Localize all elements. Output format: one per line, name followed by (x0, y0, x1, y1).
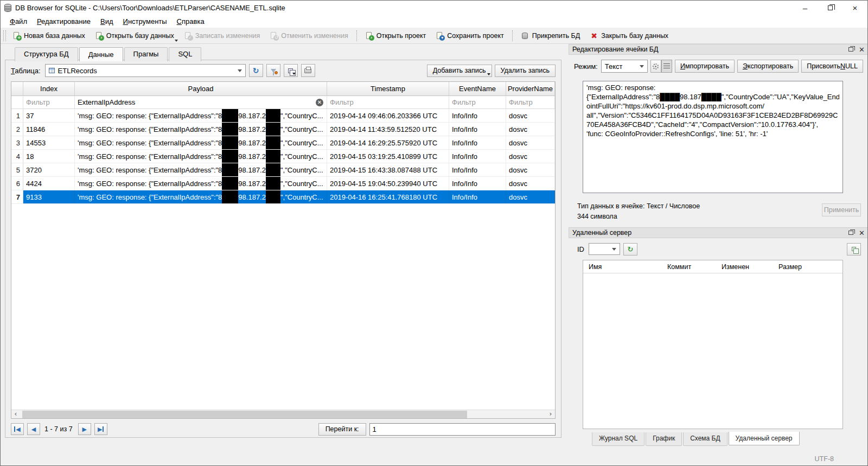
column-header-payload[interactable]: Payload (75, 82, 327, 96)
print-button[interactable] (301, 64, 315, 77)
cell-timestamp[interactable]: 2019-04-15 16:43:38.087488 UTC (327, 163, 449, 176)
cell-eventname[interactable]: Info/Info (449, 190, 506, 203)
identity-select[interactable] (589, 243, 620, 255)
cell-payload[interactable]: 'msg: GEO: response: {"ExternalIpAddress… (75, 109, 327, 122)
cell-index[interactable]: 14553 (23, 136, 75, 149)
new-database-button[interactable]: + Новая база данных (8, 29, 90, 42)
dock-tab[interactable]: Удаленный сервер (729, 432, 800, 445)
cell-eventname[interactable]: Info/Info (449, 150, 506, 163)
minimize-button[interactable]: – (793, 1, 818, 15)
filter-input-providername[interactable] (506, 96, 554, 108)
scroll-right-icon[interactable]: › (546, 410, 555, 418)
cell-timestamp[interactable]: 2019-04-16 16:25:41.768180 UTC (327, 190, 449, 203)
cell-index[interactable]: 9133 (23, 190, 75, 203)
dock-tab[interactable]: Журнал SQL (592, 432, 644, 446)
column-header-timestamp[interactable]: Timestamp (327, 82, 449, 96)
save-results-button[interactable] (284, 64, 298, 77)
column-header-index[interactable]: Index (23, 82, 75, 96)
set-null-button[interactable]: Присвоить NULL (801, 60, 863, 73)
column-header-providername[interactable]: ProviderName (506, 82, 555, 96)
first-page-button[interactable]: ◀ (11, 423, 24, 435)
next-page-button[interactable]: ▶ (78, 423, 91, 435)
cell-index[interactable]: 11846 (23, 123, 75, 136)
prev-page-button[interactable]: ◀ (27, 423, 40, 435)
menu-tools[interactable]: Инструменты (118, 16, 172, 27)
refresh-button[interactable]: ↻ (249, 64, 263, 77)
export-button[interactable]: Экспортировать (737, 60, 799, 73)
cell-providername[interactable]: dosvc (506, 177, 555, 190)
save-project-button[interactable]: ▾ Сохранить проект (431, 29, 509, 42)
main-tab[interactable]: Прагмы (124, 47, 168, 61)
cell-index[interactable]: 37 (23, 109, 75, 122)
delete-record-button[interactable]: Удалить запись (495, 65, 556, 77)
table-row[interactable]: 2 11846 'msg: GEO: response: {"ExternalI… (11, 123, 555, 136)
menu-help[interactable]: Справка (172, 16, 209, 27)
column-header-eventname[interactable]: EventName (449, 82, 506, 96)
scrollbar-thumb[interactable] (22, 411, 467, 418)
cell-payload[interactable]: 'msg: GEO: response: {"ExternalIpAddress… (75, 190, 327, 203)
table-row[interactable]: 5 3720 'msg: GEO: response: {"ExternalIp… (11, 163, 555, 177)
cell-payload[interactable]: 'msg: GEO: response: {"ExternalIpAddress… (75, 136, 327, 149)
close-database-button[interactable]: ✖ Закрыть базу данных (585, 29, 673, 42)
clone-database-button[interactable] (847, 243, 861, 256)
open-database-button[interactable]: › Открыть базу данных (90, 29, 179, 42)
table-row[interactable]: 4 18 'msg: GEO: response: {"ExternalIpAd… (11, 150, 555, 163)
table-row[interactable]: 1 37 'msg: GEO: response: {"ExternalIpAd… (11, 109, 555, 123)
float-panel-icon[interactable] (848, 47, 853, 52)
close-panel-icon[interactable]: ✕ (859, 229, 865, 237)
cell-timestamp[interactable]: 2019-04-14 11:43:59.512520 UTC (327, 123, 449, 136)
word-wrap-button[interactable] (661, 60, 672, 73)
cell-timestamp[interactable]: 2019-04-14 09:46:06.203366 UTC (327, 109, 449, 122)
cell-eventname[interactable]: Info/Info (449, 123, 506, 136)
clear-filters-button[interactable] (266, 64, 280, 77)
table-row[interactable]: 7 9133 'msg: GEO: response: {"ExternalIp… (11, 190, 555, 204)
close-panel-icon[interactable]: ✕ (859, 46, 865, 53)
import-button[interactable]: Импортировать (675, 60, 735, 73)
cell-timestamp[interactable]: 2019-04-14 16:29:25.575920 UTC (327, 136, 449, 149)
float-panel-icon[interactable] (848, 231, 853, 235)
scroll-left-icon[interactable]: ‹ (11, 410, 20, 418)
reload-remote-button[interactable]: ↻ (623, 243, 637, 256)
cell-eventname[interactable]: Info/Info (449, 163, 506, 176)
dock-tab[interactable]: График (646, 432, 682, 446)
filter-input-index[interactable] (23, 96, 74, 108)
restore-button[interactable] (818, 1, 843, 15)
table-row[interactable]: 3 14553 'msg: GEO: response: {"ExternalI… (11, 136, 555, 150)
cell-timestamp[interactable]: 2019-04-15 03:19:25.410899 UTC (327, 150, 449, 163)
menu-file[interactable]: Файл (5, 16, 32, 27)
cell-index[interactable]: 4424 (23, 177, 75, 190)
goto-input[interactable] (369, 423, 556, 436)
main-tab[interactable]: SQL (169, 47, 201, 61)
cell-providername[interactable]: dosvc (506, 150, 555, 163)
column-header-modified[interactable]: Изменен (716, 260, 773, 273)
mode-select[interactable]: Текст (601, 60, 648, 73)
filter-input-timestamp[interactable] (327, 96, 449, 108)
menu-view[interactable]: Вид (95, 16, 118, 27)
add-record-button[interactable]: Добавить запись (427, 65, 492, 77)
column-header-name[interactable]: Имя (583, 260, 662, 273)
cell-eventname[interactable]: Info/Info (449, 136, 506, 149)
last-page-button[interactable]: ▶ (94, 423, 107, 435)
cell-payload[interactable]: 'msg: GEO: response: {"ExternalIpAddress… (75, 163, 327, 176)
cell-index[interactable]: 18 (23, 150, 75, 163)
filter-input-payload[interactable] (75, 96, 327, 108)
clear-filter-icon[interactable]: ✕ (316, 99, 323, 106)
table-select[interactable]: ETLRecords (45, 64, 246, 77)
main-tab[interactable]: Данные (79, 47, 123, 61)
cell-index[interactable]: 3720 (23, 163, 75, 176)
menu-edit[interactable]: Редактирование (32, 16, 95, 27)
cell-providername[interactable]: dosvc (506, 163, 555, 176)
attach-database-button[interactable]: Прикрепить БД (516, 29, 585, 42)
cell-payload[interactable]: 'msg: GEO: response: {"ExternalIpAddress… (75, 123, 327, 136)
column-header-commit[interactable]: Коммит (662, 260, 716, 273)
cell-providername[interactable]: dosvc (506, 109, 555, 122)
cell-eventname[interactable]: Info/Info (449, 109, 506, 122)
column-header-size[interactable]: Размер (773, 260, 843, 273)
open-project-button[interactable]: › Открыть проект (360, 29, 431, 42)
goto-button[interactable]: Перейти к: (318, 423, 366, 436)
cell-payload[interactable]: 'msg: GEO: response: {"ExternalIpAddress… (75, 150, 327, 163)
horizontal-scrollbar[interactable]: ‹ › (11, 410, 555, 418)
settings-button[interactable] (650, 60, 661, 73)
cell-eventname[interactable]: Info/Info (449, 177, 506, 190)
dock-tab[interactable]: Схема БД (683, 432, 727, 446)
